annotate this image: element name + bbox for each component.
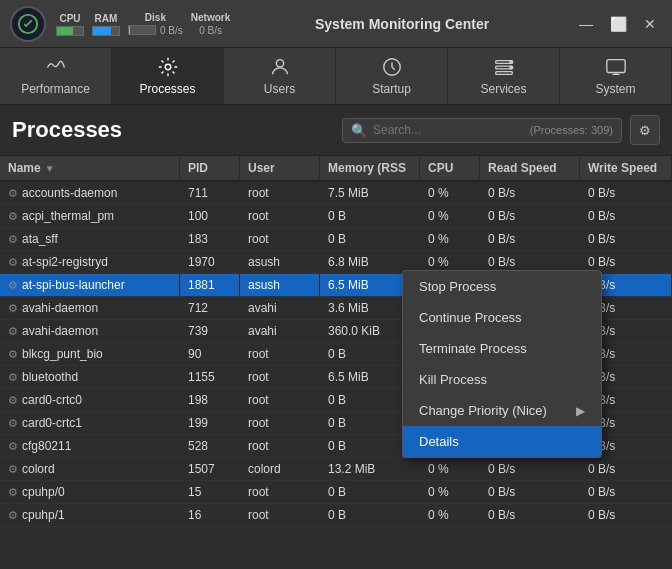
menu-item-kill-process[interactable]: Kill Process xyxy=(403,364,601,395)
cell-user: asush xyxy=(240,251,320,273)
menu-item-terminate-process[interactable]: Terminate Process xyxy=(403,333,601,364)
cell-cpu: 0 % xyxy=(420,504,480,526)
cell-name: ⚙ avahi-daemon xyxy=(0,320,180,342)
sort-arrow-name: ▼ xyxy=(45,163,55,174)
cell-read: 0 B/s xyxy=(480,504,580,526)
app-title: System Monitoring Center xyxy=(230,16,574,32)
svg-point-1 xyxy=(165,64,171,70)
cell-cpu: 0 % xyxy=(420,182,480,204)
process-gear-icon: ⚙ xyxy=(8,187,18,200)
col-user[interactable]: User xyxy=(240,156,320,180)
cell-name: ⚙ avahi-daemon xyxy=(0,297,180,319)
cell-user: root xyxy=(240,435,320,457)
search-input[interactable] xyxy=(373,123,524,137)
cell-user: asush xyxy=(240,274,320,296)
cell-pid: 198 xyxy=(180,389,240,411)
maximize-button[interactable]: ⬜ xyxy=(606,12,630,36)
menu-item-stop-process[interactable]: Stop Process xyxy=(403,271,601,302)
cell-name: ⚙ at-spi-bus-launcher xyxy=(0,274,180,296)
tab-system[interactable]: System xyxy=(560,48,672,104)
process-gear-icon: ⚙ xyxy=(8,302,18,315)
cell-pid: 1155 xyxy=(180,366,240,388)
settings-button[interactable]: ⚙ xyxy=(630,115,660,145)
cell-pid: 1881 xyxy=(180,274,240,296)
process-gear-icon: ⚙ xyxy=(8,463,18,476)
cell-user: root xyxy=(240,366,320,388)
cell-write: 0 B/s xyxy=(580,228,672,250)
disk-metric: Disk 0 B/s xyxy=(128,12,183,36)
cell-name: ⚙ colord xyxy=(0,458,180,480)
network-label: Network xyxy=(191,12,230,23)
tab-services[interactable]: Services xyxy=(448,48,560,104)
tab-performance-label: Performance xyxy=(21,82,90,96)
cell-write: 0 B/s xyxy=(580,205,672,227)
cell-user: root xyxy=(240,205,320,227)
table-row[interactable]: ⚙ cpuhp/0 15 root 0 B 0 % 0 B/s 0 B/s xyxy=(0,481,672,504)
col-pid[interactable]: PID xyxy=(180,156,240,180)
nav-tabs: Performance Processes Users Startup Serv… xyxy=(0,48,672,105)
cell-pid: 100 xyxy=(180,205,240,227)
cell-write: 0 B/s xyxy=(580,504,672,526)
cell-user: root xyxy=(240,504,320,526)
tab-system-label: System xyxy=(595,82,635,96)
tab-performance[interactable]: Performance xyxy=(0,48,112,104)
cell-user: root xyxy=(240,343,320,365)
cell-name: ⚙ blkcg_punt_bio xyxy=(0,343,180,365)
process-gear-icon: ⚙ xyxy=(8,486,18,499)
col-cpu[interactable]: CPU xyxy=(420,156,480,180)
cell-name: ⚙ bluetoothd xyxy=(0,366,180,388)
menu-item-change-priority[interactable]: Change Priority (Nice)▶ xyxy=(403,395,601,426)
process-gear-icon: ⚙ xyxy=(8,509,18,522)
col-read[interactable]: Read Speed xyxy=(480,156,580,180)
col-memory[interactable]: Memory (RSS xyxy=(320,156,420,180)
table-row[interactable]: ⚙ colord 1507 colord 13.2 MiB 0 % 0 B/s … xyxy=(0,458,672,481)
cell-user: root xyxy=(240,182,320,204)
search-icon: 🔍 xyxy=(351,123,367,138)
submenu-arrow-icon: ▶ xyxy=(576,404,585,418)
cell-cpu: 0 % xyxy=(420,458,480,480)
tab-startup[interactable]: Startup xyxy=(336,48,448,104)
col-name[interactable]: Name ▼ xyxy=(0,156,180,180)
cell-read: 0 B/s xyxy=(480,228,580,250)
cell-pid: 90 xyxy=(180,343,240,365)
process-gear-icon: ⚙ xyxy=(8,348,18,361)
cell-name: ⚙ cpuhp/0 xyxy=(0,481,180,503)
cell-name: ⚙ at-spi2-registryd xyxy=(0,251,180,273)
cell-pid: 528 xyxy=(180,435,240,457)
ram-metric: RAM xyxy=(92,13,120,36)
processes-header: Processes 🔍 (Processes: 309) ⚙ xyxy=(0,105,672,156)
cell-write: 0 B/s xyxy=(580,458,672,480)
tab-startup-label: Startup xyxy=(372,82,411,96)
cell-pid: 16 xyxy=(180,504,240,526)
cell-user: root xyxy=(240,481,320,503)
tab-processes-label: Processes xyxy=(139,82,195,96)
cell-write: 0 B/s xyxy=(580,481,672,503)
cell-cpu: 0 % xyxy=(420,481,480,503)
table-row[interactable]: ⚙ accounts-daemon 711 root 7.5 MiB 0 % 0… xyxy=(0,182,672,205)
cell-pid: 1507 xyxy=(180,458,240,480)
minimize-button[interactable]: — xyxy=(574,12,598,36)
table-row[interactable]: ⚙ acpi_thermal_pm 100 root 0 B 0 % 0 B/s… xyxy=(0,205,672,228)
cell-user: root xyxy=(240,228,320,250)
tab-users[interactable]: Users xyxy=(224,48,336,104)
disk-value: 0 B/s xyxy=(160,25,183,36)
cell-pid: 199 xyxy=(180,412,240,434)
close-button[interactable]: ✕ xyxy=(638,12,662,36)
search-box[interactable]: 🔍 (Processes: 309) xyxy=(342,118,622,143)
cell-name: ⚙ ata_sff xyxy=(0,228,180,250)
page-title: Processes xyxy=(12,117,122,143)
tab-processes[interactable]: Processes xyxy=(112,48,224,104)
menu-item-continue-process[interactable]: Continue Process xyxy=(403,302,601,333)
menu-item-details[interactable]: Details xyxy=(403,426,601,457)
process-gear-icon: ⚙ xyxy=(8,371,18,384)
cell-memory: 0 B xyxy=(320,205,420,227)
cell-read: 0 B/s xyxy=(480,205,580,227)
table-row[interactable]: ⚙ cpuhp/1 16 root 0 B 0 % 0 B/s 0 B/s xyxy=(0,504,672,527)
cell-read: 0 B/s xyxy=(480,182,580,204)
col-write[interactable]: Write Speed xyxy=(580,156,672,180)
table-row[interactable]: ⚙ ata_sff 183 root 0 B 0 % 0 B/s 0 B/s xyxy=(0,228,672,251)
svg-rect-9 xyxy=(606,60,624,73)
process-count: (Processes: 309) xyxy=(530,124,613,136)
process-gear-icon: ⚙ xyxy=(8,394,18,407)
cell-name: ⚙ cfg80211 xyxy=(0,435,180,457)
